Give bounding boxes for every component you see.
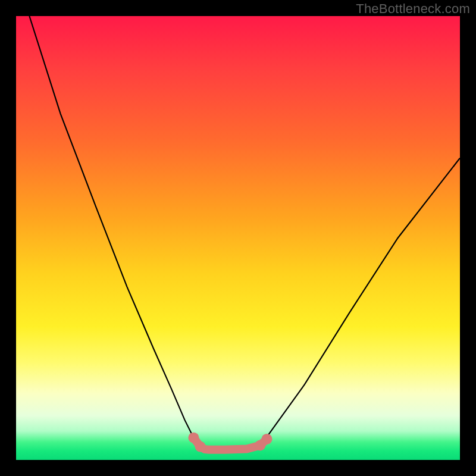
marker-dot — [262, 434, 273, 444]
plot-area — [16, 16, 460, 460]
series-black-curve — [29, 16, 460, 450]
watermark-text: TheBottleneck.com — [356, 1, 470, 17]
chart-frame: TheBottleneck.com — [0, 0, 476, 476]
marker-dot — [195, 441, 206, 452]
black-curve-path — [29, 16, 460, 450]
marker-dot — [188, 433, 199, 443]
chart-svg — [16, 16, 460, 460]
